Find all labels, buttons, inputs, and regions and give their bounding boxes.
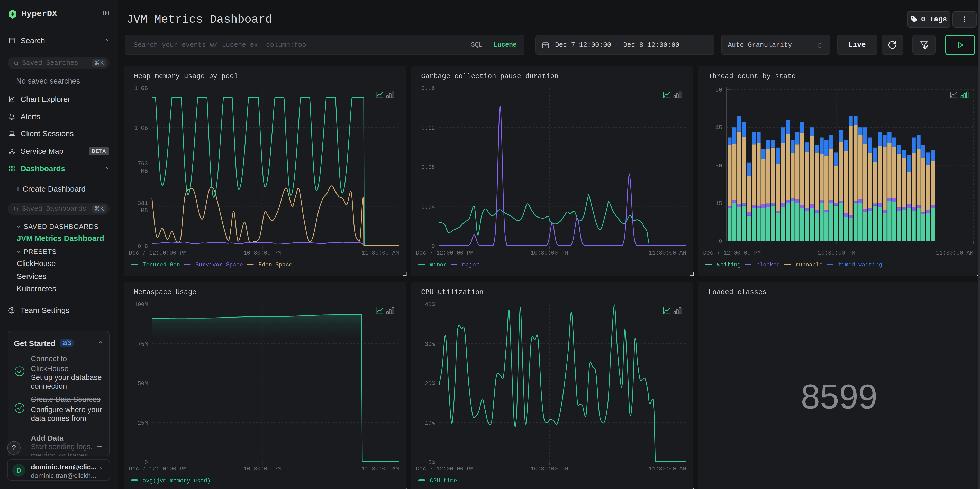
svg-text:0 B: 0 B (138, 243, 148, 250)
svg-text:25M: 25M (138, 420, 148, 427)
svg-text:0.08: 0.08 (422, 164, 435, 171)
svg-text:0.16: 0.16 (422, 85, 435, 92)
svg-text:10:30:00 PM: 10:30:00 PM (531, 250, 568, 256)
svg-text:11:30:00 AM: 11:30:00 AM (649, 466, 686, 472)
svg-text:30%: 30% (425, 341, 435, 347)
svg-text:runnable: runnable (795, 262, 822, 268)
svg-text:763: 763 (138, 161, 148, 167)
svg-text:avg(jvm.memory.used): avg(jvm.memory.used) (143, 478, 210, 484)
svg-text:10:30:00 PM: 10:30:00 PM (531, 466, 568, 472)
svg-text:1 GB: 1 GB (134, 85, 148, 92)
svg-text:10:30:00 PM: 10:30:00 PM (243, 250, 281, 256)
svg-text:381: 381 (138, 200, 148, 207)
svg-text:timed_waiting: timed_waiting (838, 262, 882, 268)
svg-text:Dec 7 12:00:00 PM: Dec 7 12:00:00 PM (129, 466, 186, 472)
svg-text:Dec 7 12:00:00 PM: Dec 7 12:00:00 PM (703, 250, 761, 256)
svg-text:Eden Space: Eden Space (259, 262, 293, 268)
svg-text:0.04: 0.04 (422, 204, 435, 210)
svg-text:100M: 100M (134, 301, 148, 308)
svg-text:blocked: blocked (756, 262, 780, 268)
svg-text:11:30:00 AM: 11:30:00 AM (362, 466, 399, 472)
svg-text:0: 0 (432, 243, 435, 250)
svg-text:MB: MB (141, 168, 148, 174)
svg-text:11:30:00 AM: 11:30:00 AM (649, 250, 686, 256)
svg-text:CPU time: CPU time (430, 478, 457, 484)
svg-text:30: 30 (716, 163, 722, 169)
svg-text:waiting: waiting (717, 262, 741, 268)
svg-text:11:30:00 AM: 11:30:00 AM (936, 250, 973, 256)
svg-text:40%: 40% (425, 301, 435, 308)
svg-text:15: 15 (716, 201, 722, 207)
svg-text:MB: MB (141, 207, 148, 214)
svg-text:Dec 7 12:00:00 PM: Dec 7 12:00:00 PM (416, 250, 474, 256)
svg-text:Dec 7 12:00:00 PM: Dec 7 12:00:00 PM (129, 250, 186, 256)
svg-text:11:30:00 AM: 11:30:00 AM (362, 250, 399, 256)
svg-text:10%: 10% (425, 420, 435, 427)
svg-text:Survivor Space: Survivor Space (196, 262, 243, 268)
svg-text:50M: 50M (138, 381, 148, 387)
svg-text:0.12: 0.12 (422, 125, 435, 131)
svg-text:1 GB: 1 GB (134, 125, 148, 131)
svg-text:10:30:00 PM: 10:30:00 PM (818, 250, 855, 256)
svg-text:Tenured Gen: Tenured Gen (143, 262, 180, 268)
svg-text:major: major (462, 262, 479, 268)
svg-text:75M: 75M (138, 341, 148, 347)
svg-text:0%: 0% (428, 459, 435, 466)
svg-text:Dec 7 12:00:00 PM: Dec 7 12:00:00 PM (416, 466, 474, 472)
svg-text:8599: 8599 (801, 378, 877, 416)
svg-text:0: 0 (145, 459, 148, 466)
svg-text:10:30:00 PM: 10:30:00 PM (243, 466, 281, 472)
svg-text:0: 0 (719, 238, 722, 245)
svg-text:45: 45 (716, 125, 722, 131)
svg-text:minor: minor (430, 262, 447, 268)
svg-text:20%: 20% (425, 381, 435, 387)
svg-text:60: 60 (716, 87, 722, 93)
